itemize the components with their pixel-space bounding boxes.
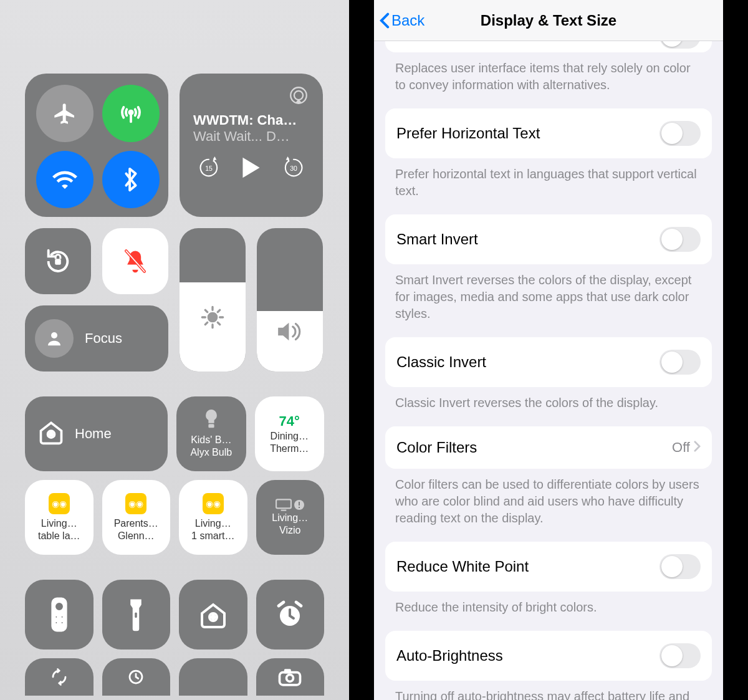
bluetooth-toggle[interactable]	[102, 151, 160, 208]
svg-point-26	[60, 615, 64, 618]
row-label: Smart Invert	[396, 231, 478, 248]
focus-button[interactable]: Focus	[25, 305, 168, 372]
outlet-icon: ◉◉	[49, 493, 70, 514]
color-filters-row[interactable]: Color Filters Off	[385, 426, 712, 469]
play-button[interactable]	[241, 156, 262, 182]
volume-slider[interactable]	[257, 228, 323, 372]
outlet-icon: ◉◉	[125, 493, 146, 514]
person-icon	[35, 319, 74, 358]
footer-note: Color filters can be used to differentia…	[385, 469, 712, 542]
svg-point-24	[54, 602, 64, 611]
svg-rect-13	[55, 259, 61, 265]
apple-tv-remote-button[interactable]	[25, 580, 94, 650]
smart-invert-row[interactable]: Smart Invert	[385, 214, 712, 264]
toggle-switch[interactable]	[659, 121, 701, 146]
accessory-bulb-tile[interactable]: Kids' B… Alyx Bulb	[176, 396, 246, 471]
media-subtitle: Wait Wait... D…	[193, 128, 309, 145]
airplane-mode-toggle[interactable]	[36, 85, 94, 142]
footer-note: Classic Invert reverses the colors of th…	[385, 387, 712, 426]
outlet-icon: ◉◉	[203, 493, 224, 514]
skip-forward-button[interactable]: 30	[282, 156, 305, 182]
brightness-icon	[200, 305, 225, 332]
svg-point-27	[55, 621, 58, 625]
silent-mode-toggle[interactable]	[102, 228, 168, 294]
toggle-switch[interactable]	[659, 227, 701, 252]
svg-point-31	[211, 616, 214, 619]
outlet-tile-1[interactable]: ◉◉ Living… table la…	[25, 480, 94, 555]
partial-toggle-row[interactable]	[385, 41, 712, 52]
accessory-thermostat-tile[interactable]: 74° Dining… Therm…	[255, 396, 324, 471]
svg-point-10	[294, 91, 303, 100]
toggle-switch[interactable]	[659, 554, 701, 579]
wifi-toggle[interactable]	[36, 151, 94, 208]
volume-icon	[276, 320, 304, 346]
toggle-switch[interactable]	[659, 350, 701, 375]
toggle-switch[interactable]	[659, 41, 701, 49]
cellular-data-toggle[interactable]	[102, 85, 160, 142]
auto-brightness-row[interactable]: Auto-Brightness	[385, 631, 712, 681]
classic-invert-row[interactable]: Classic Invert	[385, 337, 712, 387]
chevron-right-icon	[694, 439, 701, 456]
svg-rect-18	[208, 424, 214, 428]
row-label: Reduce White Point	[396, 558, 529, 575]
row-value: Off	[672, 439, 690, 456]
svg-rect-36	[284, 669, 291, 673]
partial-tile[interactable]	[102, 658, 171, 696]
connectivity-tile[interactable]	[25, 74, 168, 217]
skip-back-button[interactable]: 15	[197, 156, 221, 182]
footer-note: Reduce the intensity of bright colors.	[385, 592, 712, 631]
partial-tile[interactable]	[25, 658, 94, 696]
home-icon	[37, 418, 65, 449]
svg-point-14	[51, 332, 57, 338]
outlet-tile-3[interactable]: ◉◉ Living… 1 smart…	[179, 480, 247, 555]
tv-alert-icon	[276, 499, 304, 511]
svg-point-25	[55, 615, 58, 618]
svg-point-17	[50, 433, 52, 435]
alarm-button[interactable]	[256, 580, 325, 650]
footer-note: Prefer horizontal text in languages that…	[385, 158, 712, 214]
footer-note: Smart Invert reverses the colors of the …	[385, 264, 712, 337]
settings-screen: Back Display & Text Size Replaces user i…	[374, 0, 723, 700]
home-button[interactable]: Home	[25, 396, 168, 471]
svg-point-35	[287, 674, 294, 681]
svg-text:30: 30	[290, 165, 297, 172]
reduce-white-point-row[interactable]: Reduce White Point	[385, 542, 712, 592]
row-label: Classic Invert	[396, 353, 486, 371]
orientation-lock-toggle[interactable]	[25, 228, 91, 294]
flashlight-button[interactable]	[102, 580, 171, 650]
brightness-slider[interactable]	[180, 228, 246, 372]
temperature-value: 74°	[279, 413, 300, 429]
svg-point-15	[208, 313, 216, 321]
row-label: Prefer Horizontal Text	[396, 125, 540, 142]
home-shortcut-button[interactable]	[179, 580, 247, 650]
prefer-horizontal-text-row[interactable]: Prefer Horizontal Text	[385, 108, 712, 158]
partial-tile[interactable]	[179, 658, 247, 696]
row-label: Auto-Brightness	[396, 647, 503, 664]
tv-tile[interactable]: Living… Vizio	[256, 480, 325, 555]
svg-text:15: 15	[205, 165, 213, 172]
media-tile[interactable]: WWDTM: Cha… Wait Wait... D… 15 30	[180, 74, 323, 217]
footer-note: Turning off auto-brightness may affect b…	[385, 681, 712, 700]
svg-rect-22	[299, 507, 300, 508]
svg-rect-29	[135, 613, 138, 618]
row-label: Color Filters	[396, 439, 477, 456]
home-label: Home	[75, 426, 112, 442]
nav-bar: Back Display & Text Size	[374, 0, 723, 41]
page-title: Display & Text Size	[374, 12, 723, 29]
focus-label: Focus	[85, 330, 122, 347]
partial-tile[interactable]	[256, 658, 325, 696]
toggle-switch[interactable]	[659, 643, 701, 668]
control-center-screen: System Services & AirVisual T-Mobile Wi-…	[0, 0, 349, 700]
airplay-icon[interactable]	[288, 85, 309, 108]
footer-note: Replaces user interface items that rely …	[385, 52, 712, 108]
svg-rect-21	[299, 502, 300, 506]
media-title: WWDTM: Cha…	[193, 112, 309, 128]
outlet-tile-2[interactable]: ◉◉ Parents… Glenn…	[102, 480, 171, 555]
svg-point-28	[60, 621, 64, 625]
svg-rect-19	[276, 499, 291, 508]
bulb-icon	[203, 410, 219, 433]
